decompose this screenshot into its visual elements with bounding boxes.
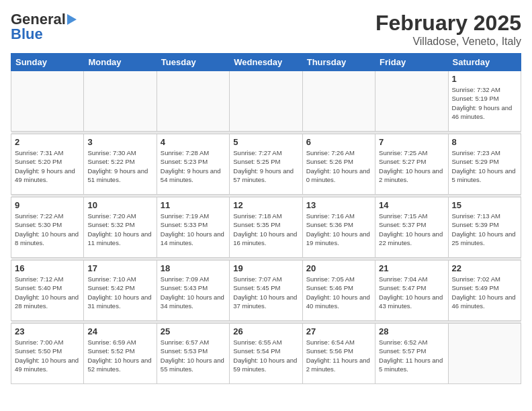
calendar-cell: 9Sunrise: 7:22 AM Sunset: 5:30 PM Daylig… — [11, 197, 84, 258]
day-info: Sunrise: 7:23 AM Sunset: 5:29 PM Dayligh… — [452, 148, 517, 184]
calendar-cell: 21Sunrise: 7:04 AM Sunset: 5:47 PM Dayli… — [375, 261, 448, 321]
calendar-cell: 10Sunrise: 7:20 AM Sunset: 5:32 PM Dayli… — [84, 197, 157, 258]
day-number: 2 — [15, 137, 80, 147]
calendar-cell: 5Sunrise: 7:27 AM Sunset: 5:25 PM Daylig… — [230, 134, 302, 195]
day-number: 20 — [306, 263, 371, 273]
calendar-cell: 1Sunrise: 7:32 AM Sunset: 5:19 PM Daylig… — [448, 71, 521, 132]
calendar-subtitle: Villadose, Veneto, Italy — [375, 36, 521, 48]
calendar-cell: 24Sunrise: 6:59 AM Sunset: 5:52 PM Dayli… — [84, 324, 157, 384]
calendar-cell: 12Sunrise: 7:18 AM Sunset: 5:35 PM Dayli… — [230, 197, 302, 258]
week-row-1: 1Sunrise: 7:32 AM Sunset: 5:19 PM Daylig… — [11, 71, 521, 132]
day-info: Sunrise: 7:10 AM Sunset: 5:42 PM Dayligh… — [87, 275, 152, 310]
day-info: Sunrise: 7:22 AM Sunset: 5:30 PM Dayligh… — [15, 212, 80, 247]
header-thursday: Thursday — [302, 54, 375, 71]
day-number: 1 — [452, 74, 517, 84]
day-number: 4 — [161, 137, 226, 147]
day-number: 15 — [452, 200, 517, 210]
calendar-cell — [11, 71, 84, 132]
day-number: 5 — [233, 137, 298, 147]
day-number: 19 — [233, 263, 298, 273]
day-number: 22 — [452, 263, 517, 273]
day-info: Sunrise: 7:05 AM Sunset: 5:46 PM Dayligh… — [306, 275, 371, 310]
calendar-cell: 11Sunrise: 7:19 AM Sunset: 5:33 PM Dayli… — [157, 197, 229, 258]
calendar-cell: 6Sunrise: 7:26 AM Sunset: 5:26 PM Daylig… — [302, 134, 375, 195]
day-info: Sunrise: 6:55 AM Sunset: 5:54 PM Dayligh… — [233, 338, 298, 373]
calendar-cell — [84, 71, 157, 132]
calendar-cell: 2Sunrise: 7:31 AM Sunset: 5:20 PM Daylig… — [11, 134, 84, 195]
day-info: Sunrise: 7:26 AM Sunset: 5:26 PM Dayligh… — [306, 148, 371, 184]
header-monday: Monday — [84, 54, 157, 71]
calendar-cell: 27Sunrise: 6:54 AM Sunset: 5:56 PM Dayli… — [302, 324, 375, 384]
day-info: Sunrise: 7:30 AM Sunset: 5:22 PM Dayligh… — [87, 148, 152, 184]
day-info: Sunrise: 7:02 AM Sunset: 5:49 PM Dayligh… — [452, 275, 517, 310]
header-friday: Friday — [375, 54, 448, 71]
day-info: Sunrise: 6:59 AM Sunset: 5:52 PM Dayligh… — [87, 338, 152, 373]
calendar-cell: 25Sunrise: 6:57 AM Sunset: 5:53 PM Dayli… — [157, 324, 229, 384]
day-number: 7 — [379, 137, 444, 147]
calendar-cell — [230, 71, 302, 132]
day-number: 27 — [306, 326, 371, 336]
calendar-cell — [448, 324, 521, 384]
day-info: Sunrise: 7:07 AM Sunset: 5:45 PM Dayligh… — [233, 275, 298, 310]
day-number: 17 — [87, 263, 152, 273]
day-info: Sunrise: 7:19 AM Sunset: 5:33 PM Dayligh… — [161, 212, 226, 247]
calendar-cell: 20Sunrise: 7:05 AM Sunset: 5:46 PM Dayli… — [302, 261, 375, 321]
day-number: 8 — [452, 137, 517, 147]
week-row-2: 2Sunrise: 7:31 AM Sunset: 5:20 PM Daylig… — [11, 134, 521, 195]
day-info: Sunrise: 7:13 AM Sunset: 5:39 PM Dayligh… — [452, 212, 517, 247]
day-info: Sunrise: 7:09 AM Sunset: 5:43 PM Dayligh… — [161, 275, 226, 310]
header-wednesday: Wednesday — [230, 54, 302, 71]
day-number: 6 — [306, 137, 371, 147]
day-info: Sunrise: 7:32 AM Sunset: 5:19 PM Dayligh… — [452, 85, 517, 121]
day-number: 24 — [87, 326, 152, 336]
calendar-title: February 2025 — [375, 11, 521, 36]
day-info: Sunrise: 7:18 AM Sunset: 5:35 PM Dayligh… — [233, 212, 298, 247]
day-number: 11 — [161, 200, 226, 210]
header-tuesday: Tuesday — [157, 54, 229, 71]
logo-arrow-icon — [67, 14, 77, 25]
day-number: 12 — [233, 200, 298, 210]
week-row-4: 16Sunrise: 7:12 AM Sunset: 5:40 PM Dayli… — [11, 261, 521, 321]
day-info: Sunrise: 6:52 AM Sunset: 5:57 PM Dayligh… — [379, 338, 444, 373]
day-number: 10 — [87, 200, 152, 210]
week-row-5: 23Sunrise: 7:00 AM Sunset: 5:50 PM Dayli… — [11, 324, 521, 384]
day-info: Sunrise: 7:16 AM Sunset: 5:36 PM Dayligh… — [306, 212, 371, 247]
day-number: 23 — [15, 326, 80, 336]
calendar-cell: 23Sunrise: 7:00 AM Sunset: 5:50 PM Dayli… — [11, 324, 84, 384]
day-number: 9 — [15, 200, 80, 210]
calendar-header-row: SundayMondayTuesdayWednesdayThursdayFrid… — [11, 54, 521, 71]
day-info: Sunrise: 7:04 AM Sunset: 5:47 PM Dayligh… — [379, 275, 444, 310]
day-info: Sunrise: 6:54 AM Sunset: 5:56 PM Dayligh… — [306, 338, 371, 373]
day-number: 18 — [161, 263, 226, 273]
calendar-cell: 8Sunrise: 7:23 AM Sunset: 5:29 PM Daylig… — [448, 134, 521, 195]
calendar-cell: 26Sunrise: 6:55 AM Sunset: 5:54 PM Dayli… — [230, 324, 302, 384]
calendar-cell: 7Sunrise: 7:25 AM Sunset: 5:27 PM Daylig… — [375, 134, 448, 195]
header-sunday: Sunday — [11, 54, 84, 71]
logo-blue: Blue — [11, 26, 43, 43]
calendar-cell: 4Sunrise: 7:28 AM Sunset: 5:23 PM Daylig… — [157, 134, 229, 195]
page-header: General Blue February 2025 Villadose, Ve… — [11, 11, 521, 48]
calendar-cell — [375, 71, 448, 132]
day-number: 25 — [161, 326, 226, 336]
day-number: 26 — [233, 326, 298, 336]
header-saturday: Saturday — [448, 54, 521, 71]
calendar-cell: 14Sunrise: 7:15 AM Sunset: 5:37 PM Dayli… — [375, 197, 448, 258]
day-number: 3 — [87, 137, 152, 147]
calendar-cell: 18Sunrise: 7:09 AM Sunset: 5:43 PM Dayli… — [157, 261, 229, 321]
calendar-cell: 28Sunrise: 6:52 AM Sunset: 5:57 PM Dayli… — [375, 324, 448, 384]
title-block: February 2025 Villadose, Veneto, Italy — [375, 11, 521, 48]
day-number: 13 — [306, 200, 371, 210]
logo: General Blue — [11, 11, 77, 43]
calendar-cell: 15Sunrise: 7:13 AM Sunset: 5:39 PM Dayli… — [448, 197, 521, 258]
calendar-cell: 16Sunrise: 7:12 AM Sunset: 5:40 PM Dayli… — [11, 261, 84, 321]
day-info: Sunrise: 7:31 AM Sunset: 5:20 PM Dayligh… — [15, 148, 80, 184]
day-info: Sunrise: 7:28 AM Sunset: 5:23 PM Dayligh… — [161, 148, 226, 184]
calendar-cell — [157, 71, 229, 132]
calendar-cell: 19Sunrise: 7:07 AM Sunset: 5:45 PM Dayli… — [230, 261, 302, 321]
day-number: 28 — [379, 326, 444, 336]
calendar-table: SundayMondayTuesdayWednesdayThursdayFrid… — [11, 53, 521, 384]
day-info: Sunrise: 7:15 AM Sunset: 5:37 PM Dayligh… — [379, 212, 444, 247]
calendar-cell: 17Sunrise: 7:10 AM Sunset: 5:42 PM Dayli… — [84, 261, 157, 321]
day-info: Sunrise: 7:20 AM Sunset: 5:32 PM Dayligh… — [87, 212, 152, 247]
day-number: 14 — [379, 200, 444, 210]
